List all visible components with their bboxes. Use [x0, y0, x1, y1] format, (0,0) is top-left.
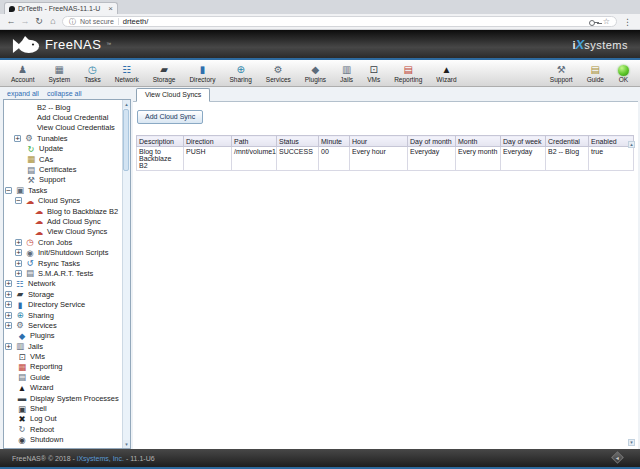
- browser-tab[interactable]: DrTeeth - FreeNAS-11.1-U ×: [4, 2, 118, 14]
- col-hour[interactable]: Hour: [350, 136, 408, 147]
- col-month[interactable]: Month: [456, 136, 501, 147]
- tree-item-sharing[interactable]: + ⊕ Sharing: [4, 310, 120, 320]
- info-icon[interactable]: ⓘ: [69, 17, 76, 27]
- toolbar-item-vms[interactable]: ⊡ VMs: [360, 63, 387, 83]
- bookmark-star-icon[interactable]: ☆: [603, 17, 610, 26]
- scroll-down-icon[interactable]: ▾: [628, 439, 635, 446]
- address-bar[interactable]: ⓘ Not secure drteeth/ ☆: [62, 16, 617, 27]
- toolbar-item-system[interactable]: ▦ System: [42, 63, 78, 83]
- expander-plus-icon[interactable]: +: [5, 312, 12, 319]
- toolbar-item-services[interactable]: ⚙ Services: [259, 63, 298, 83]
- table-row[interactable]: Blog to Backblaze B2 PUSH /mnt/volume1/b…: [137, 147, 634, 171]
- col-direction[interactable]: Direction: [184, 136, 232, 147]
- col-day-of-week[interactable]: Day of week: [501, 136, 546, 147]
- tree-item-rsync-tasks[interactable]: + ↺ Rsync Tasks: [4, 258, 120, 268]
- scrollbar-thumb[interactable]: [123, 109, 129, 171]
- expander-plus-icon[interactable]: +: [5, 322, 12, 329]
- tree-item-reporting[interactable]: ▦ Reporting: [4, 362, 120, 372]
- expander-plus-icon[interactable]: +: [15, 270, 22, 277]
- collapse-all-link[interactable]: collapse all: [47, 90, 82, 97]
- toolbar-item-wizard[interactable]: ▲ Wizard: [429, 63, 463, 83]
- col-day-of-month[interactable]: Day of month: [408, 136, 456, 147]
- tree-item-shell[interactable]: ▣ Shell: [4, 403, 120, 413]
- tree-item-wizard[interactable]: ▲ Wizard: [4, 383, 120, 393]
- toolbar-item-plugins[interactable]: ◆ Plugins: [298, 63, 333, 83]
- tree-item-cas[interactable]: ▦ CAs: [4, 154, 120, 164]
- col-minute[interactable]: Minute: [319, 136, 350, 147]
- tree-item-plugins[interactable]: ◆ Plugins: [4, 331, 120, 341]
- tree-item-log-out[interactable]: ✖ Log Out: [4, 414, 120, 424]
- toolbar-item-status-ok[interactable]: OK: [611, 64, 636, 83]
- back-icon[interactable]: ←: [6, 17, 16, 26]
- col-credential[interactable]: Credential: [546, 136, 589, 147]
- tree-item-storage[interactable]: + ▰ Storage: [4, 289, 120, 299]
- scroll-up-icon[interactable]: ▴: [628, 141, 635, 148]
- forward-icon[interactable]: →: [20, 17, 30, 26]
- expander-plus-icon[interactable]: +: [5, 280, 12, 287]
- tree-item-add-cloud-sync[interactable]: ☁ Add Cloud Sync: [4, 216, 120, 226]
- tree-item-add-cloud-credential[interactable]: Add Cloud Credential: [4, 112, 120, 122]
- add-cloud-sync-button[interactable]: Add Cloud Sync: [137, 110, 203, 124]
- browser-menu-icon[interactable]: ⋮: [621, 17, 634, 27]
- toolbar-item-sharing[interactable]: ⊕ Sharing: [222, 63, 258, 83]
- expander-plus-icon[interactable]: +: [14, 135, 21, 142]
- password-key-icon[interactable]: [589, 18, 599, 26]
- tree-item-services[interactable]: + ⚙ Services: [4, 320, 120, 330]
- sidebar-scrollbar[interactable]: ▴ ▾: [122, 100, 130, 448]
- footer-collapse-control[interactable]: ◂: [611, 451, 624, 464]
- toolbar-item-network[interactable]: ☷ Network: [108, 63, 146, 83]
- tab-close-icon[interactable]: ×: [108, 5, 113, 13]
- expander-plus-icon[interactable]: +: [15, 260, 22, 267]
- refresh-icon[interactable]: ↻: [34, 17, 44, 26]
- grid-scrollbar[interactable]: ▴ ▾: [628, 141, 635, 446]
- tree-item-guide[interactable]: ▤ Guide: [4, 372, 120, 382]
- url-text[interactable]: drteeth/: [123, 17, 585, 26]
- col-description[interactable]: Description: [137, 136, 184, 147]
- scroll-up-icon[interactable]: ▴: [123, 100, 130, 108]
- toolbar-item-tasks[interactable]: ◷ Tasks: [77, 63, 108, 83]
- expander-plus-icon[interactable]: +: [15, 239, 22, 246]
- expander-plus-icon[interactable]: +: [5, 301, 12, 308]
- tree-item-jails[interactable]: + ▥ Jails: [4, 341, 120, 351]
- tree-item-display-system-processes[interactable]: ▬ Display System Processes: [4, 393, 120, 403]
- tree-item-network[interactable]: + ☷ Network: [4, 279, 120, 289]
- toolbar-item-reporting[interactable]: ▤ Reporting: [387, 63, 429, 83]
- col-enabled[interactable]: Enabled: [589, 136, 634, 147]
- tree-item-b2-blog[interactable]: B2 -- Blog: [4, 102, 120, 112]
- scroll-down-icon[interactable]: ▾: [123, 440, 130, 448]
- expander-minus-icon[interactable]: −: [15, 197, 22, 204]
- tree-item-vms[interactable]: ⊡ VMs: [4, 351, 120, 361]
- toolbar-item-jails[interactable]: ▥ Jails: [333, 63, 360, 83]
- expander-plus-icon[interactable]: +: [5, 343, 12, 350]
- tree-item-support[interactable]: ⚒ Support: [4, 175, 120, 185]
- expander-minus-icon[interactable]: −: [5, 187, 12, 194]
- tree-item-certificates[interactable]: ▤ Certificates: [4, 164, 120, 174]
- expander-plus-icon[interactable]: +: [15, 249, 22, 256]
- col-status[interactable]: Status: [277, 136, 319, 147]
- toolbar-item-storage[interactable]: ▰ Storage: [146, 63, 183, 83]
- tree-item-view-cloud-syncs[interactable]: ☁ View Cloud Syncs: [4, 227, 120, 237]
- toolbar-item-support[interactable]: ⚒ Support: [543, 63, 580, 83]
- tree-item-init-shutdown-scripts[interactable]: + ◉ Init/Shutdown Scripts: [4, 247, 120, 257]
- browser-toolbar: ← → ↻ ⌂ ⓘ Not secure drteeth/ ☆ ⋮: [0, 14, 640, 30]
- tree-item-cloud-syncs[interactable]: − ☁ Cloud Syncs: [4, 196, 120, 206]
- tree-item-view-cloud-credentials[interactable]: View Cloud Credentials: [4, 123, 120, 133]
- toolbar-item-account[interactable]: ♟ Account: [4, 63, 42, 83]
- toolbar-item-directory[interactable]: ▮ Directory: [182, 63, 222, 83]
- expander-plus-icon[interactable]: +: [5, 291, 12, 298]
- tree-item-shutdown[interactable]: ◉ Shutdown: [4, 435, 120, 445]
- col-path[interactable]: Path: [232, 136, 277, 147]
- tab-view-cloud-syncs[interactable]: View Cloud Syncs: [136, 88, 210, 102]
- home-icon[interactable]: ⌂: [48, 17, 58, 26]
- expand-all-link[interactable]: expand all: [7, 90, 39, 97]
- ixsystems-link[interactable]: iXsystems, Inc.: [77, 455, 124, 462]
- tree-item-cron-jobs[interactable]: + ◷ Cron Jobs: [4, 237, 120, 247]
- tree-item-update[interactable]: ↻ Update: [4, 144, 120, 154]
- tree-item-directory-service[interactable]: + ▮ Directory Service: [4, 299, 120, 309]
- tree-item-blog-to-backblaze-b2[interactable]: ☁ Blog to Backblaze B2: [4, 206, 120, 216]
- tree-item-reboot[interactable]: ↻ Reboot: [4, 424, 120, 434]
- tree-item-tasks[interactable]: − ▣ Tasks: [4, 185, 120, 195]
- toolbar-item-guide[interactable]: ▤ Guide: [580, 63, 611, 83]
- tree-item-smart-tests[interactable]: + ▤ S.M.A.R.T. Tests: [4, 268, 120, 278]
- tree-item-tunables[interactable]: + ⚙ Tunables: [4, 133, 120, 143]
